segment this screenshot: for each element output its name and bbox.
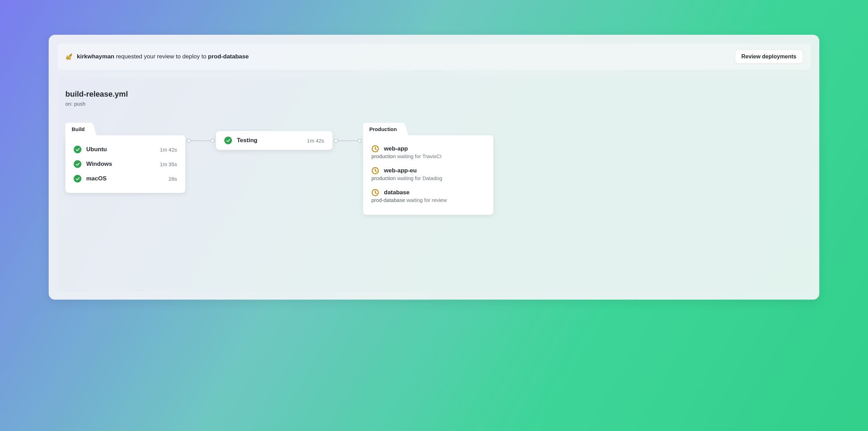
clock-icon [371,189,379,196]
banner-target: prod-database [208,53,249,60]
job-name: Windows [86,161,112,168]
job-status-text: prod-database waiting for review [371,197,485,203]
job-waiting: waiting for Datadog [396,175,442,181]
workflow-area: build-release.yml on: push Build Ubuntu … [57,77,811,291]
workflow-trigger: on: push [65,101,803,107]
job-row[interactable]: macOS 28s [74,171,177,186]
clock-icon [371,145,379,153]
banner-middle: requested your review to deploy to [114,53,208,60]
job-name: web-app-eu [384,167,417,174]
job-env: production [371,175,396,181]
job-duration: 1m 35s [160,161,177,167]
job-row[interactable]: Ubuntu 1m 42s [74,142,177,157]
stage-build-card: Ubuntu 1m 42s Windows 1m 35s [65,135,185,193]
job-waiting: waiting for TravisCI [396,153,442,159]
job-name: web-app [384,145,408,152]
job-env: prod-database [371,197,405,203]
workflow-title: build-release.yml [65,90,803,99]
connector-dot-icon [210,139,215,143]
stage-production-card: web-app production waiting for TravisCI [363,135,493,215]
stage-build: Build Ubuntu 1m 42s [65,123,185,193]
job-name: Ubuntu [86,146,107,153]
review-deployments-button[interactable]: Review deployments [735,50,803,64]
banner-actor: kirkwhayman [77,53,114,60]
banner-message: kirkwhayman requested your review to dep… [65,53,249,60]
rocket-icon [65,53,73,60]
connector-dot-icon [187,139,191,143]
check-circle-icon [74,146,81,153]
check-circle-icon [74,175,81,182]
stage-production: Production web-app [363,123,493,215]
workflow-graph: Build Ubuntu 1m 42s [65,123,803,215]
banner-text: kirkwhayman requested your review to dep… [77,53,249,60]
check-circle-icon [224,137,232,144]
job-status-text: production waiting for Datadog [371,175,485,181]
job-env: production [371,153,396,159]
job-status-text: production waiting for TravisCI [371,153,485,159]
job-duration: 1m 42s [160,147,177,153]
job-row[interactable]: web-app production waiting for TravisCI [371,142,485,164]
connector-line [338,140,357,141]
job-waiting: waiting for review [405,197,447,203]
stage-production-tab: Production [363,123,403,136]
main-panel: kirkwhayman requested your review to dep… [49,35,819,300]
review-banner: kirkwhayman requested your review to dep… [57,43,811,70]
job-name: database [384,189,410,196]
job-row[interactable]: database prod-database waiting for revie… [371,186,485,208]
job-row[interactable]: Windows 1m 35s [74,157,177,171]
svg-point-0 [70,55,71,56]
job-duration: 1m 42s [307,138,324,144]
check-circle-icon [74,160,81,168]
stage-build-tab: Build [65,123,91,136]
job-row[interactable]: web-app-eu production waiting for Datado… [371,164,485,186]
connector-dot-icon [357,139,362,143]
clock-icon [371,167,379,174]
job-duration: 28s [169,176,177,182]
job-name: macOS [86,175,107,182]
connector-line [191,140,210,141]
connector [185,139,216,143]
stage-testing-card[interactable]: Testing 1m 42s [216,131,332,150]
connector-dot-icon [334,139,338,143]
connector [332,139,363,143]
job-name: Testing [237,137,257,144]
